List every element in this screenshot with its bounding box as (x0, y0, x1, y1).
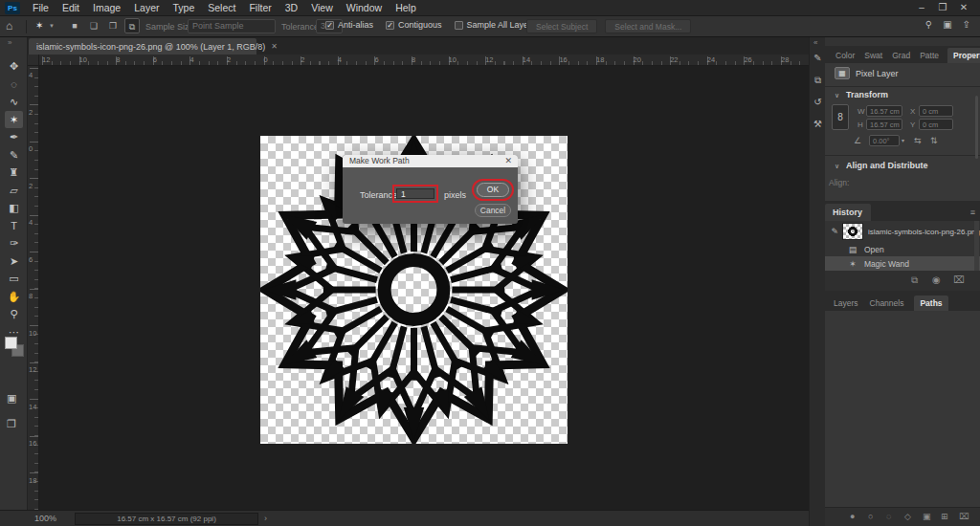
fill-path-icon[interactable]: ● (850, 512, 855, 521)
menu-image[interactable]: Image (86, 0, 127, 15)
link-dimensions-icon[interactable]: 8 (832, 104, 849, 130)
new-document-from-state-icon[interactable]: ⧉ (911, 274, 918, 286)
menu-view[interactable]: View (304, 0, 340, 15)
menu-type[interactable]: Type (166, 0, 201, 15)
gradient-tool[interactable]: ◧ (5, 199, 23, 216)
search-icon[interactable]: ⚲ (925, 19, 932, 30)
brush-tool[interactable]: ✎ (5, 146, 23, 164)
minimize-button[interactable]: – (911, 0, 932, 15)
checkbox-sample-all-layers[interactable]: Sample All Layers (455, 20, 536, 30)
tab-grad[interactable]: Grad (891, 48, 911, 63)
tolerance-input[interactable] (396, 188, 434, 199)
screen-mode-icon[interactable]: ❐ (7, 418, 16, 430)
history-entry-open[interactable]: ▤Open (825, 242, 980, 256)
status-chevron-icon[interactable]: › (264, 514, 267, 523)
stroke-path-icon[interactable]: ○ (868, 512, 873, 521)
restore-button[interactable]: ❐ (932, 0, 953, 15)
menu-filter[interactable]: Filter (242, 0, 278, 15)
menu-help[interactable]: Help (389, 0, 423, 15)
scrollbar[interactable] (975, 96, 978, 159)
tab-channels[interactable]: Channels (869, 296, 905, 311)
y-field[interactable]: 0 cm (919, 119, 953, 130)
workspace-icon[interactable]: ▣ (943, 19, 951, 30)
toolbar-collapse-icon[interactable]: » (8, 38, 11, 47)
hand-tool[interactable]: ✋ (5, 288, 23, 305)
history-panel-icon[interactable]: ↺ (811, 95, 825, 110)
checkbox-contiguous[interactable]: ✓Contiguous (386, 20, 442, 30)
select-subject-button[interactable]: Select Subject (526, 19, 597, 33)
history-entry-islamic-symbols-icon-png-26-png[interactable]: ✎islamic-symbols-icon-png-26.png (825, 221, 980, 242)
tab-patte[interactable]: Patte (919, 48, 940, 63)
path-selection-tool[interactable]: ➤ (5, 252, 23, 270)
clone-source-icon[interactable]: ⧉ (811, 73, 825, 88)
load-path-selection-icon[interactable]: ◌ (886, 512, 891, 521)
share-icon[interactable]: ⇪ (963, 19, 970, 30)
new-selection-icon[interactable]: ■ (67, 18, 82, 33)
collapse-chevron-icon[interactable]: ∨ (835, 163, 839, 170)
menu-file[interactable]: File (26, 0, 56, 15)
select-and-mask-button[interactable]: Select and Mask... (605, 19, 691, 33)
collapse-chevron-icon[interactable]: ∨ (835, 92, 839, 99)
flip-horizontal-icon[interactable]: ⇆ (914, 136, 922, 145)
panel-menu-icon[interactable]: ≡ (970, 208, 975, 217)
flip-vertical-icon[interactable]: ⇅ (930, 136, 938, 145)
delete-path-icon[interactable]: ⌧ (959, 512, 969, 521)
tool-options-bar: ⌂ ✶ ▼ ■❏❐⧉ Sample Size: Point Sample Tol… (0, 16, 980, 37)
menu-window[interactable]: Window (340, 0, 389, 15)
x-field[interactable]: 0 cm (919, 105, 953, 117)
clone-stamp-tool[interactable]: ♜ (5, 164, 23, 181)
quick-mask-icon[interactable]: ▣ (7, 392, 16, 405)
tool-presets-icon[interactable]: ⚒ (811, 117, 825, 132)
tab-paths[interactable]: Paths (914, 296, 947, 311)
sample-size-dropdown[interactable]: Point Sample (188, 19, 276, 33)
new-snapshot-icon[interactable]: ◉ (932, 274, 941, 285)
add-selection-icon[interactable]: ❏ (86, 18, 101, 33)
lasso-tool[interactable]: ∿ (5, 93, 23, 110)
angle-field[interactable]: 0.00° (869, 135, 900, 146)
tab-swat[interactable]: Swat (863, 48, 883, 63)
move-tool[interactable]: ✥ (5, 57, 23, 75)
ok-button[interactable]: OK (477, 183, 509, 197)
menu-layer[interactable]: Layer (127, 0, 166, 15)
close-icon[interactable]: ✕ (504, 155, 512, 167)
subtract-selection-icon[interactable]: ❐ (105, 18, 121, 33)
document-tab[interactable]: islamic-symbols-icon-png-26.png @ 100% (… (29, 38, 256, 55)
magic-wand-option-icon[interactable]: ✶ (35, 20, 43, 31)
tab-history[interactable]: History (825, 204, 871, 221)
new-path-icon[interactable]: ⊞ (941, 512, 948, 521)
zoom-level[interactable]: 100% (34, 514, 56, 523)
marquee-tool[interactable]: ◌ (5, 76, 23, 93)
make-work-path-icon[interactable]: ◇ (904, 512, 911, 521)
menu-select[interactable]: Select (201, 0, 242, 15)
height-field[interactable]: 16.57 cm (866, 119, 902, 130)
home-icon[interactable]: ⌂ (6, 19, 12, 33)
menu-3d[interactable]: 3D (278, 0, 304, 15)
delete-state-icon[interactable]: ⌧ (953, 274, 965, 285)
scrollbar[interactable] (974, 221, 979, 271)
eraser-tool[interactable]: ▱ (5, 182, 23, 199)
intersect-selection-icon[interactable]: ⧉ (124, 18, 140, 33)
dialog-title[interactable]: Make Work Path (343, 155, 518, 167)
magic-wand-tool[interactable]: ✶ (5, 111, 23, 128)
width-field[interactable]: 16.57 cm (866, 105, 902, 117)
tab-color[interactable]: Color (835, 48, 856, 63)
expand-panels-icon[interactable]: « (813, 38, 817, 47)
checkbox-anti-alias[interactable]: ✓Anti-alias (325, 20, 373, 30)
type-tool[interactable]: T (5, 217, 23, 234)
tab-layers[interactable]: Layers (833, 296, 859, 311)
brush-settings-icon[interactable]: ✎ (811, 51, 825, 66)
foreground-color-swatch[interactable] (5, 337, 17, 349)
menu-edit[interactable]: Edit (56, 0, 86, 15)
pen-tool[interactable]: ✑ (5, 234, 23, 252)
chevron-down-icon[interactable]: ▾ (902, 137, 904, 143)
close-button[interactable]: ✕ (953, 0, 974, 15)
eyedropper-tool[interactable]: ✒ (5, 128, 23, 145)
panel-menu-icon[interactable]: ≡ (970, 51, 975, 60)
rectangle-tool[interactable]: ▭ (5, 270, 23, 287)
chevron-down-icon[interactable]: ▼ (49, 23, 55, 29)
cancel-button[interactable]: Cancel (475, 204, 511, 217)
close-icon[interactable]: ✕ (271, 42, 278, 51)
history-entry-magic-wand[interactable]: ✶Magic Wand (825, 256, 980, 271)
zoom-tool[interactable]: ⚲ (5, 305, 23, 322)
add-mask-icon[interactable]: ▣ (923, 512, 931, 521)
